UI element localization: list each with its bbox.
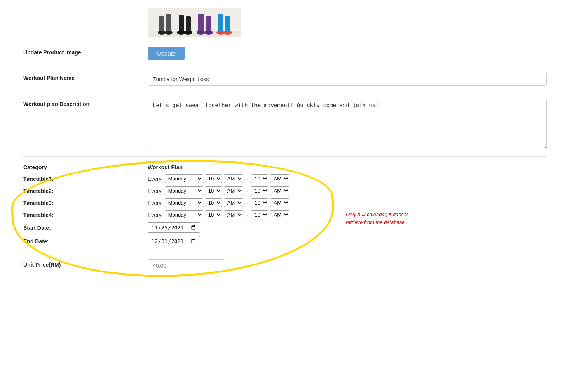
workout-name-row: Workout Plan Name Zumba for Weight Loss	[23, 66, 547, 92]
timetable4-end-hour-select[interactable]: 1234 5678 9101112	[251, 210, 268, 219]
timetable2-end-ampm-select[interactable]: AMPM	[270, 186, 289, 195]
unit-price-input-wrapper: 40.00	[148, 259, 547, 272]
unit-price-row: Unit Price(RM) 40.00	[23, 253, 547, 279]
end-date-row: End Date:	[23, 236, 547, 246]
timetable4-dash: -	[246, 212, 248, 218]
svg-rect-2	[159, 16, 164, 32]
timetable1-row: Timetable1: Every MondayTuesdayWednesday…	[23, 174, 547, 183]
bottom-divider	[23, 250, 547, 250]
timetable1-start-ampm-select[interactable]: AMPM	[224, 174, 243, 183]
section-divider	[23, 160, 547, 160]
timetable2-controls: Every MondayTuesdayWednesday ThursdayFri…	[148, 186, 289, 195]
svg-point-17	[223, 31, 232, 35]
timetable2-start-ampm-select[interactable]: AMPM	[224, 186, 243, 195]
timetable2-end-hour-select[interactable]: 1234 5678 9101112	[251, 186, 268, 195]
category-header: Category Workout Plan	[23, 164, 547, 170]
timetable3-dash: -	[246, 200, 248, 206]
svg-rect-6	[179, 15, 184, 32]
timetable2-day-select[interactable]: MondayTuesdayWednesday ThursdayFridaySat…	[165, 186, 203, 195]
timetable1-day-select[interactable]: MondayTuesdayWednesday ThursdayFridaySat…	[165, 174, 203, 183]
timetable1-end-ampm-select[interactable]: AMPM	[270, 174, 289, 183]
timetable4-day-select[interactable]: MondayTuesdayWednesday ThursdayFridaySat…	[165, 210, 203, 219]
timetable2-dash: -	[246, 188, 248, 194]
workout-image-preview	[148, 8, 241, 37]
timetable1-every-text: Every	[148, 176, 162, 182]
workout-description-row: Workout plan Description Let's get sweat…	[23, 92, 547, 157]
svg-rect-3	[166, 14, 171, 32]
timetable2-label: Timetable2:	[23, 188, 148, 194]
svg-point-5	[165, 31, 173, 35]
timetable4-controls: Every MondayTuesdayWednesday ThursdayFri…	[148, 210, 289, 219]
timetable3-row: Timetable3: Every MondayTuesdayWednesday…	[23, 198, 547, 207]
workout-name-input[interactable]: Zumba for Weight Loss	[148, 73, 547, 86]
workout-description-wrapper: Let's get sweat together with the moveme…	[148, 99, 547, 150]
timetable1-end-hour-select[interactable]: 1234 5678 9101112	[251, 174, 268, 183]
timetable2-every-text: Every	[148, 188, 162, 194]
svg-point-13	[204, 31, 213, 35]
update-image-button[interactable]: Update	[148, 47, 185, 60]
timetable4-every-text: Every	[148, 212, 162, 218]
timetable3-end-ampm-select[interactable]: AMPM	[270, 198, 289, 207]
timetable4-end-ampm-select[interactable]: AMPM	[270, 210, 289, 219]
timetable3-day-select[interactable]: MondayTuesdayWednesday ThursdayFridaySat…	[165, 198, 203, 207]
svg-rect-10	[198, 14, 204, 32]
timetable1-start-hour-select[interactable]: 1234 5678 9101112	[205, 174, 222, 183]
timetable4-row: Timetable4: Every MondayTuesdayWednesday…	[23, 210, 547, 219]
svg-point-12	[197, 31, 205, 35]
page-container: Update Product Image Update Workout Plan…	[0, 0, 570, 286]
category-column-value: Workout Plan	[148, 164, 183, 170]
end-date-label: End Date:	[23, 238, 148, 245]
unit-price-label: Unit Price(RM)	[23, 259, 148, 268]
timetable1-label: Timetable1:	[23, 176, 148, 182]
svg-point-4	[158, 31, 166, 35]
timetable4-start-hour-select[interactable]: 1234 5678 9101112	[205, 210, 222, 219]
timetable4-start-ampm-select[interactable]: AMPM	[224, 210, 243, 219]
category-column-label: Category	[23, 164, 148, 170]
unit-price-input[interactable]: 40.00	[148, 259, 225, 272]
timetable1-dash: -	[246, 176, 248, 182]
start-date-input[interactable]	[148, 222, 200, 233]
annotation-note: Only null calender, it doesnt retrieve f…	[346, 211, 424, 226]
svg-rect-14	[218, 14, 223, 32]
timetable2-row: Timetable2: Every MondayTuesdayWednesday…	[23, 186, 547, 195]
update-image-row: Update Product Image Update	[23, 41, 547, 66]
timetable3-start-hour-select[interactable]: 1234 5678 9101112	[205, 198, 222, 207]
timetable3-label: Timetable3:	[23, 200, 148, 206]
workout-description-label: Workout plan Description	[23, 99, 148, 107]
svg-rect-11	[206, 16, 211, 32]
timetable3-end-hour-select[interactable]: 1234 5678 9101112	[251, 198, 268, 207]
workout-description-input[interactable]: Let's get sweat together with the moveme…	[148, 99, 547, 149]
workout-name-label: Workout Plan Name	[23, 73, 148, 81]
end-date-input[interactable]	[148, 236, 200, 246]
timetable4-label: Timetable4:	[23, 212, 148, 218]
update-image-controls: Update	[148, 47, 547, 60]
timetable3-controls: Every MondayTuesdayWednesday ThursdayFri…	[148, 198, 289, 207]
svg-point-9	[184, 31, 192, 35]
start-date-row: Start Date:	[23, 222, 547, 233]
svg-rect-15	[225, 16, 230, 32]
timetable1-controls: Every MondayTuesdayWednesday ThursdayFri…	[148, 174, 289, 183]
workout-name-input-wrapper: Zumba for Weight Loss	[148, 73, 547, 86]
timetable3-start-ampm-select[interactable]: AMPM	[224, 198, 243, 207]
update-image-label: Update Product Image	[23, 47, 148, 56]
start-date-label: Start Date:	[23, 225, 148, 231]
timetable2-start-hour-select[interactable]: 1234 5678 9101112	[205, 186, 222, 195]
category-section: Only null calender, it doesnt retrieve f…	[23, 164, 547, 246]
timetable3-every-text: Every	[148, 200, 162, 206]
svg-rect-7	[186, 16, 191, 32]
